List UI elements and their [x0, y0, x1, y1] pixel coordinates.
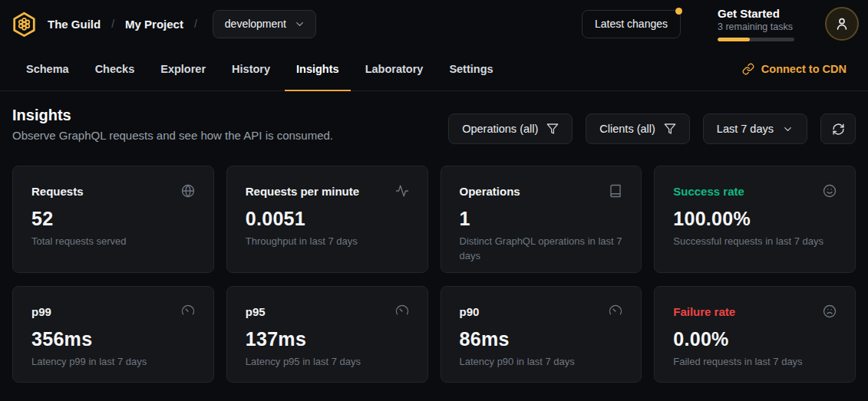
globe-icon [181, 184, 195, 198]
gauge-icon [609, 304, 622, 318]
app-header: The Guild / My Project / development Lat… [0, 0, 868, 48]
card-description: Distinct GraphQL operations in last 7 da… [460, 235, 623, 264]
card-description: Latency p95 in last 7 days [246, 355, 409, 370]
stat-card-success-rate: Success rate 100.00% Successful requests… [654, 166, 856, 273]
breadcrumb-separator: / [194, 18, 197, 30]
user-avatar[interactable] [825, 7, 859, 41]
date-range-label: Last 7 days [717, 123, 774, 135]
card-value: 86ms [460, 328, 623, 350]
card-description: Latency p90 in last 7 days [460, 355, 623, 370]
filter-icon [664, 123, 676, 135]
clients-filter-label: Clients (all) [599, 123, 655, 135]
card-description: Throughput in last 7 days [246, 235, 409, 249]
get-started-progressbar [718, 38, 794, 41]
operations-filter-label: Operations (all) [462, 123, 538, 135]
latest-changes-label: Latest changes [595, 18, 668, 30]
operations-filter-button[interactable]: Operations (all) [448, 113, 573, 144]
stat-card-p90: p90 86ms Latency p90 in last 7 days [441, 286, 642, 383]
card-description: Total requests served [31, 235, 195, 249]
stats-cards-grid: Requests 52 Total requests served Reques… [12, 166, 856, 383]
clients-filter-button[interactable]: Clients (all) [586, 113, 690, 144]
filters-toolbar: Operations (all) Clients (all) Last 7 da… [448, 113, 856, 144]
frown-icon [823, 304, 837, 318]
target-selector-value: development [225, 18, 286, 30]
breadcrumb-project[interactable]: My Project [125, 18, 183, 31]
connect-to-cdn-label: Connect to CDN [761, 63, 847, 75]
tab-history[interactable]: History [220, 48, 282, 91]
tab-schema[interactable]: Schema [15, 48, 81, 91]
book-icon [609, 184, 622, 198]
card-value: 356ms [31, 328, 195, 350]
tab-checks[interactable]: Checks [84, 48, 147, 91]
link-icon [742, 63, 754, 75]
stat-card-p99: p99 356ms Latency p99 in last 7 days [12, 286, 214, 383]
refresh-button[interactable] [820, 113, 856, 144]
card-value: 0.00% [673, 328, 837, 350]
breadcrumb-org[interactable]: The Guild [48, 18, 101, 31]
card-title: Requests per minute [246, 185, 359, 198]
card-title: Requests [31, 185, 84, 198]
smile-icon [823, 184, 837, 198]
card-value: 1 [460, 208, 623, 230]
date-range-selector[interactable]: Last 7 days [703, 113, 807, 144]
person-icon [834, 16, 850, 31]
get-started-widget[interactable]: Get Started 3 remaining tasks [718, 6, 794, 42]
filter-icon [546, 123, 559, 135]
tab-settings[interactable]: Settings [437, 48, 504, 91]
gauge-icon [395, 304, 409, 318]
chevron-down-icon [782, 123, 794, 135]
get-started-remaining: 3 remaining tasks [718, 21, 794, 32]
insights-page: Insights Observe GraphQL requests and se… [0, 91, 868, 383]
card-description: Failed requests in last 7 days [673, 355, 837, 370]
target-selector[interactable]: development [213, 10, 316, 38]
nav-tabs: Schema Checks Explorer History Insights … [15, 48, 742, 90]
tab-explorer[interactable]: Explorer [149, 48, 217, 91]
card-title: p95 [246, 305, 266, 318]
header-actions: Latest changes Get Started 3 remaining t… [582, 6, 859, 42]
stat-card-operations: Operations 1 Distinct GraphQL operations… [441, 166, 642, 273]
stat-card-requests: Requests 52 Total requests served [12, 166, 214, 273]
activity-icon [395, 184, 409, 198]
stat-card-rpm: Requests per minute 0.0051 Throughput in… [226, 166, 428, 273]
page-heading: Insights Observe GraphQL requests and se… [12, 107, 333, 142]
card-description: Latency p99 in last 7 days [31, 355, 195, 370]
latest-changes-button[interactable]: Latest changes [582, 10, 681, 38]
card-title: p99 [31, 305, 51, 318]
get-started-title: Get Started [718, 6, 794, 21]
guild-hive-logo-icon[interactable] [11, 11, 37, 37]
breadcrumb: The Guild / My Project / development [11, 10, 316, 38]
stat-card-p95: p95 137ms Latency p95 in last 7 days [226, 286, 428, 383]
stat-card-failure-rate: Failure rate 0.00% Failed requests in la… [654, 286, 856, 383]
gauge-icon [181, 304, 195, 318]
card-value: 100.00% [673, 208, 837, 230]
card-value: 52 [31, 208, 195, 230]
card-value: 0.0051 [246, 208, 409, 230]
project-nav: Schema Checks Explorer History Insights … [0, 48, 868, 91]
tab-insights[interactable]: Insights [285, 48, 351, 91]
chevron-down-icon [294, 18, 305, 30]
card-title: Operations [460, 185, 520, 198]
refresh-icon [832, 123, 845, 136]
tab-laboratory[interactable]: Laboratory [354, 48, 435, 91]
breadcrumb-separator: / [111, 18, 114, 30]
card-title: Failure rate [673, 305, 735, 318]
card-title: Success rate [673, 185, 744, 198]
card-title: p90 [460, 305, 480, 318]
get-started-progress-fill [718, 38, 750, 41]
notification-dot [675, 8, 682, 15]
card-description: Successful requests in last 7 days [673, 235, 837, 249]
page-subtitle: Observe GraphQL requests and see how the… [12, 129, 333, 142]
connect-to-cdn-link[interactable]: Connect to CDN [742, 48, 847, 90]
card-value: 137ms [246, 328, 409, 350]
page-title: Insights [12, 107, 333, 124]
